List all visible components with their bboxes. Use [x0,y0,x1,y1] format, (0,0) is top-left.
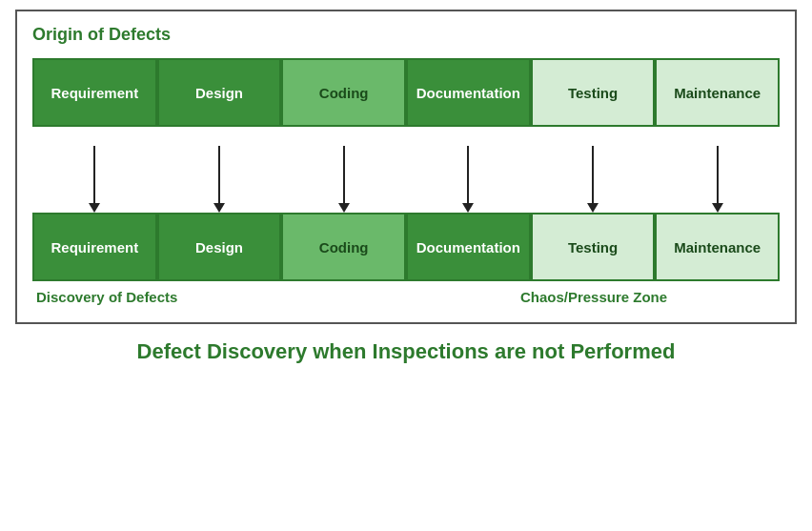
top-cell-requirement: Requirement [32,58,157,127]
diagram-container: Origin of Defects Requirement Design Cod… [15,10,797,324]
top-cell-maintenance: Maintenance [655,58,780,127]
arrow-col-5 [531,127,656,213]
top-cell-documentation: Documentation [406,58,531,127]
arrows-area [32,127,780,213]
label-chaos: Chaos/Pressure Zone [408,289,780,305]
label-discovery: Discovery of Defects [32,289,408,305]
arrow-col-6 [655,127,780,213]
bottom-cell-requirement: Requirement [32,213,157,281]
bottom-cell-maintenance: Maintenance [655,213,780,281]
arrow-2 [218,146,220,203]
labels-row: Discovery of Defects Chaos/Pressure Zone [32,289,780,305]
diagram-title: Origin of Defects [32,25,780,45]
arrow-col-1 [32,127,157,213]
arrow-1 [93,146,95,203]
arrow-6 [717,146,719,203]
bottom-cell-design: Design [157,213,282,281]
top-cell-design: Design [157,58,282,127]
arrow-col-2 [157,127,282,213]
arrow-col-4 [406,127,531,213]
arrow-4 [467,146,469,203]
bottom-row: Requirement Design Coding Documentation … [32,213,780,281]
bottom-title: Defect Discovery when Inspections are no… [15,339,797,364]
top-cell-coding: Coding [281,58,406,127]
top-row: Requirement Design Coding Documentation … [32,58,780,127]
arrow-5 [592,146,594,203]
arrow-3 [343,146,345,203]
bottom-cell-documentation: Documentation [406,213,531,281]
bottom-cell-coding: Coding [281,213,406,281]
bottom-cell-testing: Testing [531,213,656,281]
arrow-col-3 [281,127,406,213]
top-cell-testing: Testing [531,58,656,127]
